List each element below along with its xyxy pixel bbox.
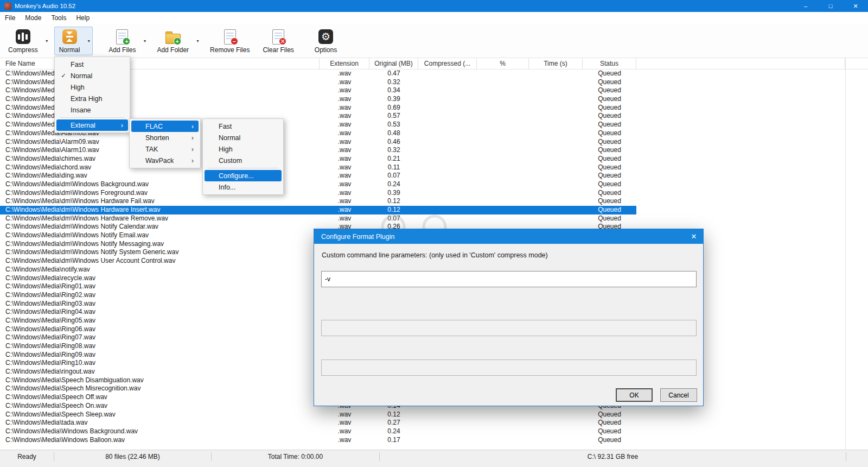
cell-file-name: C:\Windows\Media\Alarm02.wav [0,78,320,87]
table-row[interactable]: C:\Windows\Media\Speech Sleep.wav.wav0.1… [0,411,868,419]
toolbar-dropdown-arrow-icon[interactable]: ▾ [43,27,51,55]
dialog-close-icon[interactable]: ✕ [685,232,703,241]
column-header-item[interactable] [636,58,845,69]
toolbar-button-remove-files[interactable]: –Remove Files [205,27,254,55]
toolbar-button-label: Options [315,46,337,54]
custom-parameters-input[interactable] [321,271,697,287]
menu-item-custom[interactable]: Custom [205,155,282,166]
cell-file-name: C:\Windows\Media\Ring05.wav [0,317,320,325]
menu-item-high[interactable]: High [56,81,128,93]
menu-item-label: High [219,146,272,153]
cell-filler-end [845,231,868,240]
table-row[interactable]: C:\Windows\Media\Alarm04.wav.wav0.39Queu… [0,95,868,104]
menu-item-normal[interactable]: ✓Normal [56,70,128,81]
menubar-item-mode[interactable]: Mode [20,12,46,24]
parameters-input-3[interactable] [321,359,697,376]
toolbar-button-compress[interactable]: Compress [3,27,43,55]
table-row-selected[interactable]: C:\Windows\Media\dm\Windows Hardware Ins… [0,206,868,214]
menubar-item-file[interactable]: File [0,12,20,24]
statusbar-section-total-time-0-00-00: Total Time: 0:00.00 [212,452,380,461]
menu-item-high[interactable]: High [205,143,282,155]
menubar-item-tools[interactable]: Tools [46,12,71,24]
toolbar-button-normal[interactable]: Normal [54,27,85,55]
menu-item-fast[interactable]: Fast [205,121,282,132]
toolbar-button-add-files[interactable]: +Add Files [104,27,141,55]
table-row[interactable]: C:\Windows\Media\dm\Windows Background.w… [0,180,868,189]
cell-filler [636,411,845,419]
toolbar-button-options[interactable]: ⚙Options [310,27,342,55]
menu-item-label: Fast [71,61,118,68]
parameters-input-2[interactable] [321,320,697,336]
menu-item-fast[interactable]: Fast [56,59,128,70]
table-row[interactable]: C:\Windows\Media\Windows Balloon.wav.wav… [0,436,868,445]
cell-extension: .wav [320,163,369,172]
cell-extension: .wav [320,78,369,87]
column-header-extension[interactable]: Extension [320,58,369,69]
table-row[interactable]: C:\Windows\Media\dm\Windows Foreground.w… [0,189,868,198]
toolbar-dropdown-arrow-icon[interactable]: ▾ [85,27,93,55]
table-row[interactable]: C:\Windows\Media\Alarm01.wav.wav0.47Queu… [0,70,868,78]
cell-time [529,138,583,147]
cell-percent [477,411,529,419]
maximize-button[interactable]: □ [818,0,843,12]
menu-item-external[interactable]: External› [56,119,128,131]
menu-item-extra-high[interactable]: Extra High [56,93,128,104]
menu-item-info[interactable]: Info... [205,181,282,193]
column-header-item[interactable]: % [477,58,529,69]
cell-file-name: C:\Windows\Media\Ring04.wav [0,308,320,317]
cell-compressed [418,214,477,223]
menu-item-tak[interactable]: TAK› [131,143,199,155]
cell-compressed [418,146,477,155]
toolbar-dropdown-arrow-icon[interactable]: ▾ [194,27,202,55]
menu-item-insane[interactable]: Insane [56,104,128,116]
column-header-file-name[interactable]: File Name [0,58,320,69]
column-header-original-mb[interactable]: Original (MB) [369,58,418,69]
cell-percent [477,419,529,427]
table-row[interactable]: C:\Windows\Media\Alarm02.wav.wav0.32Queu… [0,78,868,87]
column-header-time-s[interactable]: Time (s) [529,58,583,69]
cell-time [529,189,583,198]
table-row[interactable]: C:\Windows\Media\Alarm05.wav.wav0.69Queu… [0,104,868,112]
cancel-button[interactable]: Cancel [660,388,697,402]
cell-filler-end [845,223,868,231]
cell-compressed [418,104,477,112]
titlebar: Monkey's Audio 10.52 – □ ✕ [0,0,868,12]
column-header-status[interactable]: Status [583,58,636,69]
menubar-item-help[interactable]: Help [71,12,94,24]
table-row[interactable]: C:\Windows\Media\dm\Windows Hardware Rem… [0,214,868,223]
table-row[interactable]: C:\Windows\Media\tada.wav.wav0.27Queued [0,419,868,427]
menu-item-configure[interactable]: Configure... [205,170,282,181]
cell-compressed [418,436,477,445]
cell-file-name: C:\Windows\Media\Speech On.wav [0,402,320,411]
menu-item-flac[interactable]: FLAC› [131,121,199,132]
toolbar-button-clear-files[interactable]: ✕Clear Files [258,27,298,55]
cell-compressed [418,206,477,214]
cell-original-mb: 0.39 [369,95,418,104]
cell-time [529,411,583,419]
toolbar-button-label: Add Files [108,46,136,54]
table-row[interactable]: C:\Windows\Media\Alarm03.wav.wav0.34Queu… [0,86,868,95]
menu-item-normal[interactable]: Normal [205,132,282,143]
cell-filler-end [845,384,868,393]
cell-extension: .wav [320,214,369,223]
column-header-compressed[interactable]: Compressed (... [418,58,477,69]
menu-item-shorten[interactable]: Shorten› [131,132,199,143]
minimize-button[interactable]: – [793,0,818,12]
cell-compressed [418,138,477,147]
compress-icon [14,29,31,45]
dialog-titlebar[interactable]: Configure Format Plugin ✕ [314,229,703,244]
cell-original-mb: 0.12 [369,206,418,214]
toolbar-button-add-folder[interactable]: +Add Folder [152,27,194,55]
table-row[interactable]: C:\Windows\Media\Windows Background.wav.… [0,427,868,436]
menu-item-wavpack[interactable]: WavPack› [131,155,199,166]
cell-original-mb: 0.34 [369,86,418,95]
table-row[interactable]: C:\Windows\Media\ding.wav.wav0.07Queued [0,172,868,180]
cell-extension: .wav [320,180,369,189]
toolbar-dropdown-arrow-icon[interactable]: ▾ [141,27,149,55]
cell-time [529,419,583,427]
cell-original-mb: 0.69 [369,104,418,112]
table-row[interactable]: C:\Windows\Media\dm\Windows Hardware Fai… [0,197,868,206]
ok-button[interactable]: OK [616,388,653,402]
close-button[interactable]: ✕ [843,0,868,12]
cell-filler [636,436,845,445]
